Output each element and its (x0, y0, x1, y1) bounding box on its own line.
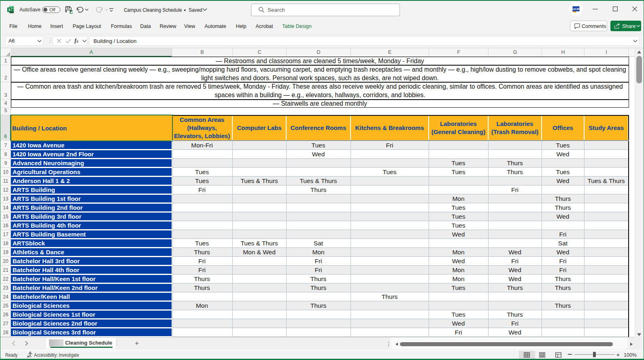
svg-text:UCR: UCR (573, 7, 580, 11)
svg-text:X: X (8, 8, 11, 12)
